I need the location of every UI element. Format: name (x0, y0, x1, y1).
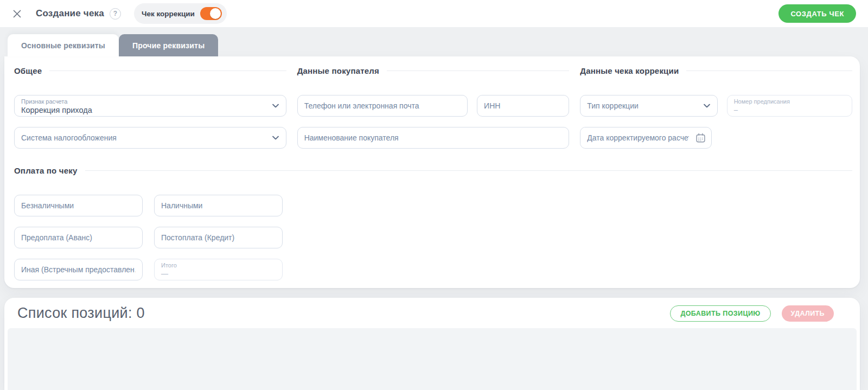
payment-cashless-input[interactable] (14, 195, 143, 216)
divider (85, 170, 852, 171)
buyer-name-input[interactable] (297, 127, 570, 149)
positions-empty-list (8, 328, 857, 390)
tab-other-details[interactable]: Прочие реквизиты (119, 34, 218, 56)
payment-credit-input[interactable] (154, 227, 283, 248)
content: Основные реквизиты Прочие реквизиты Обще… (0, 27, 868, 390)
divider (686, 71, 852, 71)
top-bar: Создание чека ? Чек коррекции СОЗДАТЬ ЧЕ… (0, 0, 868, 27)
create-receipt-button[interactable]: СОЗДАТЬ ЧЕК (778, 4, 856, 23)
order-number-value: – (734, 105, 845, 115)
section-buyer-title: Данные покупателя (297, 66, 379, 75)
phone-email-input[interactable] (297, 95, 468, 117)
inn-input[interactable] (477, 95, 569, 117)
correction-type-placeholder: Тип коррекции (587, 101, 698, 110)
positions-card: Список позиций: 0 ДОБАВИТЬ ПОЗИЦИЮ УДАЛИ… (4, 298, 860, 390)
help-icon[interactable]: ? (110, 8, 121, 20)
correction-toggle-label: Чек коррекции (142, 10, 195, 18)
section-general-title: Общее (14, 66, 42, 75)
tab-bar: Основные реквизиты Прочие реквизиты (8, 34, 860, 56)
toggle-knob (210, 8, 221, 19)
order-number-label: Номер предписания (734, 98, 845, 105)
calc-sign-label: Признак расчета (21, 98, 267, 105)
tax-system-select[interactable]: Система налогообложения (14, 127, 286, 149)
positions-title: Список позиций: 0 (17, 305, 145, 322)
add-position-button[interactable]: ДОБАВИТЬ ПОЗИЦИЮ (670, 305, 770, 322)
correction-toggle-switch[interactable] (200, 7, 222, 20)
chevron-down-icon (704, 104, 710, 108)
order-number-field: Номер предписания – (727, 95, 852, 117)
section-correction-title: Данные чека коррекции (580, 66, 679, 75)
section-general: Общее Признак расчета Коррекция прихода (14, 66, 286, 149)
tax-system-placeholder: Система налогообложения (21, 133, 267, 142)
divider (387, 71, 569, 71)
payment-total-value: — (161, 269, 276, 279)
create-receipt-page: Создание чека ? Чек коррекции СОЗДАТЬ ЧЕ… (0, 0, 868, 390)
correction-date-input[interactable] (580, 127, 695, 148)
page-title: Создание чека (36, 8, 104, 19)
tab-main-details[interactable]: Основные реквизиты (8, 34, 119, 56)
payment-total-label: Итого (161, 262, 276, 269)
correction-date-field[interactable] (580, 127, 711, 149)
calc-sign-select[interactable]: Признак расчета Коррекция прихода (14, 95, 286, 117)
positions-header: Список позиций: 0 ДОБАВИТЬ ПОЗИЦИЮ УДАЛИ… (4, 298, 860, 328)
chevron-down-icon (272, 136, 279, 140)
delete-position-button[interactable]: УДАЛИТЬ (782, 305, 834, 322)
section-payment: Оплата по чеку (14, 166, 852, 175)
payment-prepaid-input[interactable] (14, 227, 143, 248)
calendar-icon[interactable] (695, 133, 706, 143)
close-button[interactable] (10, 7, 24, 21)
payment-fields: Итого — (14, 195, 852, 280)
correction-type-select[interactable]: Тип коррекции (580, 95, 717, 117)
calc-sign-value: Коррекция прихода (21, 105, 267, 115)
section-correction: Данные чека коррекции Тип коррекции Номе… (580, 66, 852, 149)
main-details-card: Общее Признак расчета Коррекция прихода (4, 56, 860, 288)
payment-cash-input[interactable] (154, 195, 283, 216)
payment-total-field: Итого — (154, 259, 283, 280)
chevron-down-icon (272, 104, 279, 108)
section-buyer: Данные покупателя (297, 66, 570, 149)
divider (49, 71, 286, 71)
close-icon (13, 10, 21, 18)
correction-toggle-group: Чек коррекции (134, 3, 227, 24)
payment-other-input[interactable] (14, 259, 143, 280)
section-payment-title: Оплата по чеку (14, 166, 78, 175)
